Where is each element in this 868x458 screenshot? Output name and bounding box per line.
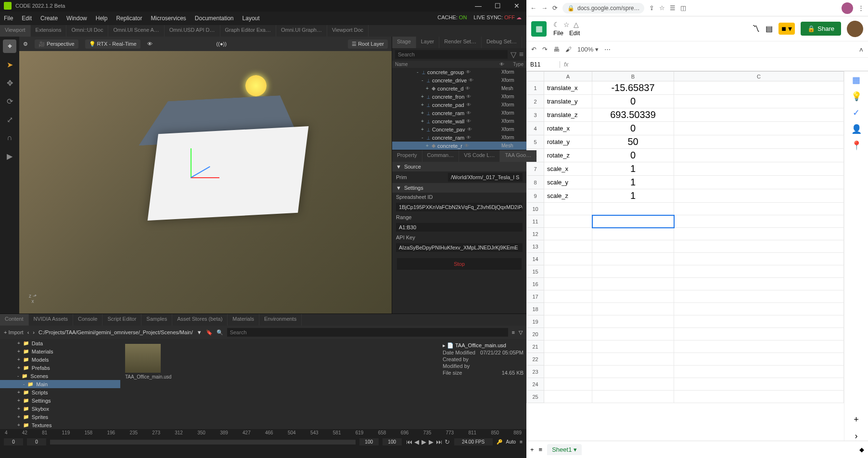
cloud-saved-icon[interactable]: △	[574, 21, 579, 28]
tab-omni-usd-api-d-[interactable]: Omni.USD API D…	[165, 25, 220, 37]
select-tool-icon[interactable]: ⌖	[3, 39, 16, 53]
auto-keyframe[interactable]: Auto	[506, 439, 516, 445]
tab-property[interactable]: Property	[392, 150, 422, 162]
cell[interactable]	[592, 265, 674, 278]
maximize-button[interactable]: ☐	[488, 0, 507, 12]
row-header[interactable]: 12	[527, 228, 544, 240]
folder-tree[interactable]: +📁Data+📁Materials+📁Models+📁Prefabs-📁Scen…	[0, 339, 120, 429]
folder-node[interactable]: +📁Models	[0, 355, 120, 364]
cell[interactable]	[674, 81, 844, 95]
cell[interactable]	[544, 265, 592, 278]
folder-node[interactable]: +📁Settings	[0, 396, 120, 405]
tab-omni-ui-doc[interactable]: Omni::UI Doc	[66, 25, 108, 37]
cur-frame[interactable]: 0	[4, 438, 23, 445]
cell[interactable]: 0	[592, 122, 674, 135]
cell[interactable]	[544, 290, 592, 303]
row-header[interactable]: 11	[527, 215, 544, 228]
cell[interactable]	[592, 353, 674, 366]
tab-stage[interactable]: Stage	[392, 37, 416, 48]
more-toolbar-icon[interactable]: ⋯	[604, 46, 611, 53]
star-doc-icon[interactable]: ☆	[563, 21, 570, 28]
profile-avatar-icon[interactable]	[842, 2, 853, 14]
tab-extensions[interactable]: Extensions	[31, 25, 67, 37]
nav-back-icon[interactable]: ‹	[27, 329, 29, 335]
content-grid[interactable]: TAA_Office_main.usd	[120, 339, 440, 429]
cell[interactable]	[674, 303, 844, 315]
cell[interactable]: 693.50339	[592, 108, 674, 122]
folder-node[interactable]: +📁Skybox	[0, 405, 120, 413]
folder-node[interactable]: +📁Textures	[0, 421, 120, 429]
viewport[interactable]: ⚙ 🎥 Perspective 💡 RTX - Real-Time 👁 ((●)…	[19, 37, 392, 314]
row-header[interactable]: 13	[527, 240, 544, 253]
cell[interactable]	[674, 366, 844, 378]
tab-comman-[interactable]: Comman…	[422, 150, 460, 162]
cell[interactable]	[674, 290, 844, 303]
cell[interactable]: translate_z	[544, 108, 592, 122]
source-section[interactable]: ▼ Source	[392, 162, 526, 171]
tasks-icon[interactable]: ✓	[852, 108, 861, 118]
play-icon[interactable]: ▶	[421, 438, 426, 445]
tab-environments[interactable]: Environments	[259, 314, 302, 326]
add-addon-icon[interactable]: +	[852, 415, 861, 424]
spreadsheet-id-input[interactable]: 1BjCp195PXKnVaFCbN2kVqFq_Z3vh6DjQqxMD2iP…	[396, 203, 523, 211]
calendar-icon[interactable]: ▦	[852, 75, 861, 85]
cell[interactable]	[674, 176, 844, 189]
tab-nvidia-assets[interactable]: NVIDIA Assets	[29, 314, 74, 326]
cell[interactable]	[592, 315, 674, 328]
rotate-tool-icon[interactable]: ⟳	[3, 94, 16, 108]
user-avatar[interactable]	[847, 21, 863, 37]
contacts-icon[interactable]: 👤	[852, 124, 861, 134]
dropdown-icon[interactable]: ▼	[197, 329, 202, 335]
sheet-menu-edit[interactable]: Edit	[569, 29, 580, 37]
folder-node[interactable]: +📁Data	[0, 339, 120, 347]
meet-icon[interactable]: ■ ▾	[779, 23, 795, 35]
cell[interactable]	[674, 228, 844, 240]
row-header[interactable]: 15	[527, 265, 544, 278]
nav-fwd-icon[interactable]: ›	[33, 329, 35, 335]
cell[interactable]	[544, 278, 592, 290]
row-header[interactable]: 10	[527, 203, 544, 215]
cell[interactable]	[592, 253, 674, 265]
close-button[interactable]: ✕	[507, 0, 526, 12]
row-header[interactable]: 4	[527, 122, 544, 135]
all-sheets-icon[interactable]: ≡	[539, 446, 543, 453]
cell[interactable]: 1	[592, 176, 674, 189]
browser-menu-icon[interactable]: ⋮	[858, 4, 864, 12]
content-search-input[interactable]	[227, 328, 508, 337]
cell[interactable]	[674, 391, 844, 403]
undo-icon[interactable]: ↶	[531, 46, 536, 53]
row-header[interactable]: 22	[527, 353, 544, 366]
cell[interactable]	[674, 253, 844, 265]
cell[interactable]	[544, 353, 592, 366]
menu-create[interactable]: Create	[40, 15, 58, 22]
cell[interactable]	[674, 353, 844, 366]
tab-vs-code-l-[interactable]: VS Code L…	[459, 150, 500, 162]
explore-icon[interactable]: 〽	[752, 25, 760, 33]
cell[interactable]	[592, 228, 674, 240]
cell[interactable]: 1	[592, 189, 674, 203]
audio-icon[interactable]: ((●))	[217, 41, 227, 47]
explore-fab-icon[interactable]: ◆	[859, 446, 864, 453]
tab-viewport[interactable]: Viewport	[0, 25, 31, 37]
tab-asset-stores-beta-[interactable]: Asset Stores (beta)	[172, 314, 228, 326]
root-layer-selector[interactable]: ☰ Root Layer	[348, 39, 388, 49]
tab-omni-ui-scene-a-[interactable]: Omni.UI Scene A…	[108, 25, 164, 37]
back-icon[interactable]: ←	[530, 4, 536, 12]
paint-format-icon[interactable]: 🖌	[565, 46, 572, 53]
cell[interactable]: 1	[592, 162, 674, 176]
visibility-icon[interactable]: 👁	[147, 41, 153, 47]
row-header[interactable]: 14	[527, 253, 544, 265]
range-input[interactable]: A1:B30	[396, 223, 523, 232]
start-frame[interactable]: 0	[27, 438, 46, 445]
loop-icon[interactable]: ↻	[445, 438, 450, 445]
sheet-tab[interactable]: Sheet1 ▾	[547, 444, 582, 455]
menu-edit[interactable]: Edit	[22, 15, 32, 22]
row-header[interactable]: 3	[527, 108, 544, 122]
sheets-logo-icon[interactable]: ▦	[531, 21, 547, 37]
folder-node[interactable]: +📁Sprites	[0, 413, 120, 421]
corner-header[interactable]	[527, 72, 544, 81]
cell[interactable]	[544, 228, 592, 240]
cell[interactable]: rotate_z	[544, 149, 592, 162]
add-sheet-icon[interactable]: +	[530, 446, 534, 453]
render-mode-selector[interactable]: 💡 RTX - Real-Time	[85, 39, 140, 49]
